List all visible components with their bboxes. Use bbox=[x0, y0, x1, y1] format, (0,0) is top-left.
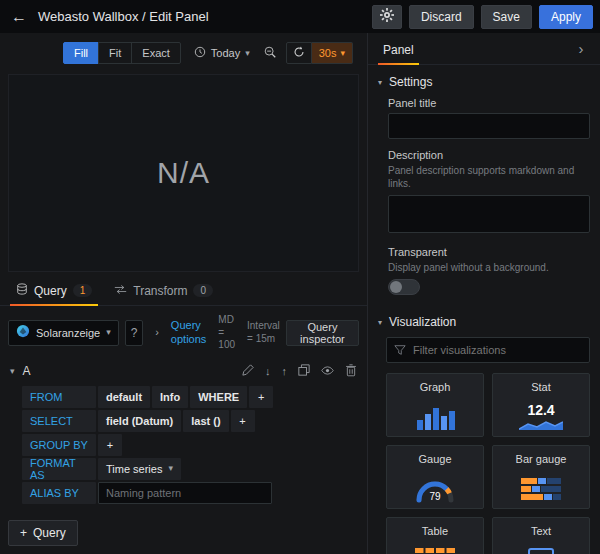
transform-icon bbox=[114, 284, 127, 298]
tab-panel[interactable]: Panel bbox=[376, 36, 421, 64]
settings-section-header[interactable]: ▾ Settings bbox=[368, 65, 600, 97]
datasource-name: Solaranzeige bbox=[36, 327, 100, 339]
description-hint: Panel description supports markdown and … bbox=[388, 164, 590, 190]
tab-transform-label: Transform bbox=[133, 284, 187, 298]
sidebar-header: Panel › bbox=[368, 33, 600, 65]
copy-icon bbox=[298, 364, 310, 378]
viz-card-stat[interactable]: Stat 12.4 bbox=[492, 373, 590, 437]
visualization-filter bbox=[386, 337, 590, 363]
add-where-button[interactable]: + bbox=[249, 386, 273, 408]
viz-card-text[interactable]: Text T bbox=[492, 517, 590, 554]
group-by-row: GROUP BY + bbox=[22, 434, 359, 456]
refresh-icon bbox=[293, 46, 305, 61]
apply-button[interactable]: Apply bbox=[539, 5, 593, 29]
back-arrow-icon: ← bbox=[11, 8, 27, 26]
interval-stat: Interval = 15m bbox=[247, 320, 280, 345]
query-count-badge: 1 bbox=[73, 284, 93, 297]
page-title: Webasto Wallbox / Edit Panel bbox=[38, 9, 365, 24]
tab-query-label: Query bbox=[34, 284, 67, 298]
viz-card-bar-gauge[interactable]: Bar gauge bbox=[492, 445, 590, 509]
description-textarea[interactable] bbox=[388, 195, 590, 233]
function-segment[interactable]: last () bbox=[183, 410, 228, 432]
query-inspector-button[interactable]: Query inspector bbox=[286, 320, 359, 346]
refresh-interval-dropdown[interactable]: 30s ▾ bbox=[312, 42, 353, 64]
visualization-section-header[interactable]: ▾ Visualization bbox=[368, 305, 600, 337]
chevron-down-icon: ▾ bbox=[378, 318, 382, 327]
delete-query-button[interactable] bbox=[345, 364, 357, 379]
from-label: FROM bbox=[22, 386, 96, 408]
transparent-label: Transparent bbox=[388, 246, 590, 258]
viz-card-graph[interactable]: Graph bbox=[386, 373, 484, 437]
move-query-down-button[interactable]: ↓ bbox=[265, 365, 271, 377]
sidebar-content: ▾ Settings Panel title Description Panel… bbox=[368, 65, 600, 554]
field-segment[interactable]: field (Datum) bbox=[98, 410, 181, 432]
gauge-sample-value: 79 bbox=[429, 491, 441, 502]
clock-icon bbox=[194, 46, 206, 60]
disable-query-button[interactable] bbox=[321, 364, 334, 379]
query-row-header: ▾ A ↓ ↑ bbox=[10, 364, 357, 379]
group-by-label: GROUP BY bbox=[22, 434, 96, 456]
discard-button[interactable]: Discard bbox=[409, 5, 474, 29]
select-row: SELECT field (Datum) last () + bbox=[22, 410, 359, 432]
collapse-chevron-icon[interactable]: ▾ bbox=[10, 367, 15, 376]
description-field: Description Panel description supports m… bbox=[388, 149, 590, 236]
back-button[interactable]: ← bbox=[7, 5, 31, 29]
arrow-up-icon: ↑ bbox=[282, 365, 288, 377]
eye-icon bbox=[321, 364, 334, 379]
table-icon bbox=[415, 542, 455, 554]
measurement-segment[interactable]: Info bbox=[152, 386, 188, 408]
size-mode-fit[interactable]: Fit bbox=[98, 42, 132, 64]
retention-policy-segment[interactable]: default bbox=[98, 386, 150, 408]
chevron-down-icon: ▾ bbox=[106, 328, 111, 337]
edit-mode-button[interactable] bbox=[242, 364, 254, 378]
chevron-down-icon: ▾ bbox=[340, 49, 345, 58]
select-label: SELECT bbox=[22, 410, 96, 432]
zoom-out-button[interactable] bbox=[263, 45, 277, 62]
add-group-by-button[interactable]: + bbox=[98, 434, 122, 456]
panel-title-input[interactable] bbox=[388, 113, 590, 139]
edit-area: Fill Fit Exact Today ▾ bbox=[0, 33, 368, 554]
top-bar: ← Webasto Wallbox / Edit Panel Discard S… bbox=[0, 0, 600, 33]
panel-settings-button[interactable] bbox=[372, 5, 402, 29]
panel-size-mode-group: Fill Fit Exact bbox=[63, 42, 181, 64]
tab-transform[interactable]: Transform 0 bbox=[104, 276, 223, 305]
size-mode-fill[interactable]: Fill bbox=[63, 42, 99, 64]
add-query-button[interactable]: + Query bbox=[8, 520, 78, 546]
time-range-picker[interactable]: Today ▾ bbox=[190, 42, 254, 64]
viz-card-table[interactable]: Table bbox=[386, 517, 484, 554]
visualization-filter-input[interactable] bbox=[386, 337, 590, 363]
transparent-field: Transparent Display panel without a back… bbox=[388, 246, 590, 295]
move-query-up-button[interactable]: ↑ bbox=[282, 365, 288, 377]
settings-section-title: Settings bbox=[389, 75, 432, 89]
chevron-down-icon: ▾ bbox=[245, 49, 250, 58]
time-range-label: Today bbox=[211, 47, 240, 59]
save-button[interactable]: Save bbox=[481, 5, 532, 29]
database-icon bbox=[16, 283, 28, 298]
add-select-button[interactable]: + bbox=[231, 410, 255, 432]
refresh-button[interactable] bbox=[286, 42, 312, 64]
panel-title-field: Panel title bbox=[388, 97, 590, 139]
format-as-dropdown[interactable]: Time series ▾ bbox=[98, 458, 181, 480]
transform-count-badge: 0 bbox=[193, 284, 213, 297]
query-options-toggle[interactable]: › Query options MD = 100 Interval = 15m bbox=[155, 314, 280, 352]
plus-icon: + bbox=[20, 526, 27, 540]
arrow-down-icon: ↓ bbox=[265, 365, 271, 377]
grafana-edit-panel: ← Webasto Wallbox / Edit Panel Discard S… bbox=[0, 0, 600, 554]
graph-icon bbox=[415, 398, 455, 436]
where-segment[interactable]: WHERE bbox=[190, 386, 247, 408]
alias-by-input[interactable] bbox=[98, 482, 272, 504]
query-help-button[interactable]: ? bbox=[125, 320, 143, 346]
viz-card-gauge[interactable]: Gauge 79 bbox=[386, 445, 484, 509]
from-row: FROM default Info WHERE + bbox=[22, 386, 359, 408]
chevron-right-icon: › bbox=[579, 40, 584, 57]
tab-query[interactable]: Query 1 bbox=[6, 276, 102, 305]
datasource-select[interactable]: Solaranzeige ▾ bbox=[8, 320, 119, 346]
transparent-toggle[interactable] bbox=[388, 279, 420, 295]
duplicate-query-button[interactable] bbox=[298, 364, 310, 378]
add-query-label: Query bbox=[33, 526, 66, 540]
size-mode-exact[interactable]: Exact bbox=[131, 42, 181, 64]
pencil-icon bbox=[242, 364, 254, 378]
collapse-sidebar-button[interactable]: › bbox=[570, 40, 592, 57]
influx-query-builder: FROM default Info WHERE + SELECT field (… bbox=[22, 386, 359, 506]
datasource-icon bbox=[16, 324, 30, 341]
